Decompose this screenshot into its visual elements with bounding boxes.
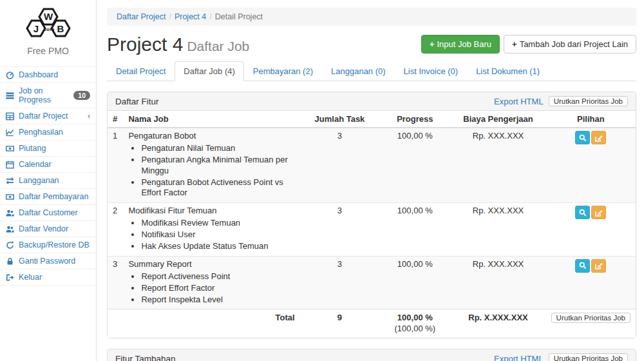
col-pilihan: Pilihan	[546, 111, 636, 128]
breadcrumb-separator: /	[166, 12, 174, 21]
project-tabs: Detail Project Daftar Job (4) Pembayaran…	[107, 61, 636, 81]
total-row: Total 9 100,00 % (100,00 %) Rp. X.XXX.XX…	[108, 309, 636, 338]
panel-daftar-fitur: Daftar Fitur Export HTML Urutkan Priorit…	[107, 92, 636, 338]
job-name-cell: Pengaturan Bobot Pengaturan Nilai Temuan…	[123, 128, 299, 203]
panel-title: Daftar Fitur	[115, 97, 159, 106]
job-subitem: Pengaturan Angka Minimal Temuan per Ming…	[141, 155, 294, 177]
search-icon[interactable]	[575, 259, 590, 273]
sidebar-item-calendar[interactable]: Calendar	[0, 157, 96, 173]
table-row: 1 Pengaturan Bobot Pengaturan Nilai Temu…	[108, 128, 636, 203]
sidebar-item-daftar-vendor[interactable]: Daftar Vendor	[0, 221, 96, 237]
sidebar-item-ganti-password[interactable]: Ganti Password	[0, 253, 96, 269]
jumlah-task-value: 3	[300, 256, 380, 309]
breadcrumb-current: Detail Project	[215, 12, 263, 21]
panel-title: Fitur Tambahan	[115, 354, 176, 361]
job-subitem: Report Activeness Point	[141, 271, 294, 282]
sidebar-item-daftar-customer[interactable]: Daftar Customer	[0, 205, 96, 221]
tab-langganan[interactable]: Langganan (0)	[322, 61, 395, 81]
biaya-value: Rp. XXX.XXX	[450, 256, 545, 309]
job-name: Modifikasi Fitur Temuan	[128, 206, 294, 217]
panel-heading: Fitur Tambahan Export HTML Urutkan Prior…	[108, 349, 636, 361]
sidebar: W J B .com Free PMO Dashboard Job on Pro…	[0, 0, 97, 361]
tab-list-dokumen[interactable]: List Dokumen (1)	[467, 61, 549, 81]
edit-icon[interactable]	[591, 259, 606, 273]
edit-icon[interactable]	[591, 206, 606, 219]
refresh-icon	[6, 241, 14, 249]
row-number: 2	[108, 203, 123, 257]
tab-daftar-job[interactable]: Daftar Job (4)	[175, 61, 243, 81]
tab-detail-project[interactable]: Detail Project	[107, 61, 175, 81]
job-name: Summary Report	[128, 259, 294, 270]
job-subitem: Report Effort Factor	[141, 283, 294, 294]
job-count-badge: 10	[73, 91, 90, 100]
app-window: W J B .com Free PMO Dashboard Job on Pro…	[0, 0, 644, 361]
page-header: Project 4Daftar Job +Input Job Baru +Tam…	[107, 34, 636, 55]
panel-fitur-tambahan: Fitur Tambahan Export HTML Urutkan Prior…	[107, 349, 636, 361]
jumlah-task-value: 3	[300, 203, 380, 257]
actions-cell	[546, 256, 636, 309]
tambah-job-dari-project-lain-button[interactable]: +Tambah Job dari Project Lain	[504, 35, 636, 54]
sidebar-item-dashboard[interactable]: Dashboard	[0, 67, 96, 83]
money-icon	[6, 144, 14, 153]
progress-value: 100,00 %	[379, 203, 450, 257]
table-row: 2 Modifikasi Fitur Temuan Modifikasi Rev…	[108, 203, 636, 257]
export-html-link[interactable]: Export HTML	[494, 354, 544, 361]
plus-icon: +	[430, 39, 435, 49]
urutkan-prioritas-job-button[interactable]: Urutkan Prioritas Job	[549, 353, 628, 361]
lock-icon	[6, 257, 14, 266]
daftar-fitur-table: # Nama Job Jumlah Task Progress Biaya Pe…	[108, 111, 636, 338]
search-icon[interactable]	[575, 206, 590, 219]
breadcrumb-separator: /	[206, 12, 214, 21]
breadcrumb-project-4[interactable]: Project 4	[175, 12, 206, 21]
total-label: Total	[123, 309, 299, 338]
edit-icon[interactable]	[591, 131, 606, 144]
jwb-logo-icon: W J B .com	[19, 5, 78, 43]
col-jumlah-task: Jumlah Task	[300, 111, 380, 128]
main-content: Daftar Project/Project 4/Detail Project …	[97, 0, 644, 361]
sidebar-item-job-on-progress[interactable]: Job on Progress 10	[0, 83, 96, 108]
jumlah-task-value: 3	[300, 128, 380, 203]
row-number: 3	[108, 256, 123, 309]
job-subitem: Pengaturan Bobot Activeness Point vs Eff…	[141, 177, 294, 199]
svg-text:B: B	[57, 23, 64, 34]
urutkan-prioritas-job-button[interactable]: Urutkan Prioritas Job	[549, 96, 628, 106]
table-icon	[6, 112, 14, 121]
job-subitem: Pengaturan Nilai Temuan	[141, 143, 294, 154]
progress-value: 100,00 %	[379, 256, 450, 309]
sidebar-item-piutang[interactable]: Piutang	[0, 141, 96, 157]
plus-icon: +	[512, 39, 517, 49]
svg-text:.com: .com	[42, 26, 54, 32]
col-no: #	[108, 111, 123, 128]
col-biaya-pengerjaan: Biaya Pengerjaan	[450, 111, 545, 128]
job-name: Pengaturan Bobot	[128, 131, 294, 142]
total-progress: 100,00 % (100,00 %)	[379, 309, 450, 338]
sidebar-item-backup-restore-db[interactable]: Backup/Restore DB	[0, 237, 96, 253]
job-subitem: Hak Akses Update Status Temuan	[141, 241, 294, 252]
job-name-cell: Modifikasi Fitur Temuan Modifikasi Revie…	[123, 203, 299, 257]
actions-cell	[546, 128, 636, 203]
svg-text:J: J	[33, 23, 38, 34]
urutkan-prioritas-job-button[interactable]: Urutkan Prioritas Job	[551, 313, 630, 323]
job-subitem: Modifikasi Review Temuan	[141, 218, 294, 229]
biaya-value: Rp. XXX.XXX	[450, 203, 545, 257]
svg-text:W: W	[43, 11, 53, 22]
export-html-link[interactable]: Export HTML	[494, 97, 544, 106]
brand-logo: W J B .com Free PMO	[0, 0, 96, 63]
users-icon	[6, 225, 14, 233]
tab-pembayaran[interactable]: Pembayaran (2)	[244, 61, 322, 81]
breadcrumb-daftar-project[interactable]: Daftar Project	[117, 12, 166, 21]
page-title: Project 4Daftar Job	[107, 34, 249, 55]
sidebar-item-penghasilan[interactable]: Penghasilan	[0, 124, 96, 141]
page-subtitle: Daftar Job	[187, 39, 249, 54]
input-job-baru-button[interactable]: +Input Job Baru	[421, 35, 500, 54]
sidebar-item-daftar-project[interactable]: Daftar Project ‹	[0, 108, 96, 124]
tab-list-invoice[interactable]: List Invoice (0)	[395, 61, 468, 81]
sidebar-item-daftar-pembayaran[interactable]: Daftar Pembayaran	[0, 189, 96, 205]
search-icon[interactable]	[575, 131, 590, 144]
total-tasks: 9	[300, 309, 380, 338]
sidebar-item-keluar[interactable]: Keluar	[0, 269, 96, 286]
brand-name: Free PMO	[0, 46, 96, 56]
actions-cell	[546, 203, 636, 257]
sidebar-item-langganan[interactable]: Langganan	[0, 173, 96, 189]
col-nama-job: Nama Job	[123, 111, 299, 128]
